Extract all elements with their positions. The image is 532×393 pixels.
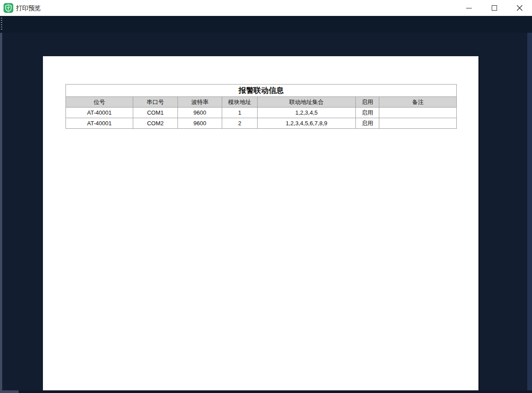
header-cell: 启用 [356, 97, 379, 108]
table-cell [379, 108, 457, 118]
report-title: 报警联动信息 [66, 85, 457, 97]
maximize-button[interactable] [482, 0, 507, 16]
table-cell: 启用 [356, 118, 379, 129]
table-row: AT-40001 COM2 9600 2 1,2,3,4,5,6,7,8,9 启… [66, 118, 457, 129]
table-title-row: 报警联动信息 [66, 85, 457, 97]
header-cell: 备注 [379, 97, 457, 108]
table-cell: 9600 [178, 118, 222, 129]
horizontal-scrollbar-thumb[interactable] [0, 390, 19, 393]
window-title: 打印预览 [16, 0, 41, 16]
header-cell: 串口号 [133, 97, 178, 108]
table-cell: 9600 [178, 108, 222, 118]
header-cell: 波特率 [178, 97, 222, 108]
table-row: AT-40001 COM1 9600 1 1,2,3,4,5 启用 [66, 108, 457, 118]
table-cell: 1,2,3,4,5 [258, 108, 356, 118]
table-cell: 1 [222, 108, 258, 118]
print-preview-window: 打印预览 [0, 0, 532, 393]
table-cell: 启用 [356, 108, 379, 118]
window-controls [456, 0, 532, 16]
table-cell: AT-40001 [66, 118, 133, 129]
table-cell [379, 118, 457, 129]
table-cell: COM1 [133, 108, 178, 118]
table-cell: COM2 [133, 118, 178, 129]
table-header-row: 位号 串口号 波特率 模块地址 联动地址集合 启用 备注 [66, 97, 457, 108]
horizontal-scrollbar[interactable] [0, 390, 532, 393]
toolbar: 100% A [0, 16, 532, 33]
minimize-icon [466, 8, 472, 8]
close-icon [517, 5, 523, 11]
header-cell: 位号 [66, 97, 133, 108]
toolbar-grip-handle[interactable] [1, 18, 2, 31]
close-button[interactable] [507, 0, 532, 16]
titlebar: 打印预览 [0, 0, 532, 16]
alarm-linkage-table: 报警联动信息 位号 串口号 波特率 模块地址 联动地址集合 启用 备注 AT-4… [66, 84, 457, 129]
maximize-icon [492, 5, 497, 11]
window-left-border [0, 33, 2, 393]
document-page: 报警联动信息 位号 串口号 波特率 模块地址 联动地址集合 启用 备注 AT-4… [43, 56, 478, 390]
table-cell: 1,2,3,4,5,6,7,8,9 [258, 118, 356, 129]
table-cell: 2 [222, 118, 258, 129]
minimize-button[interactable] [456, 0, 482, 16]
vertical-scrollbar[interactable] [527, 33, 532, 390]
preview-canvas: 报警联动信息 位号 串口号 波特率 模块地址 联动地址集合 启用 备注 AT-4… [0, 33, 532, 390]
app-icon [4, 3, 13, 13]
header-cell: 模块地址 [222, 97, 258, 108]
header-cell: 联动地址集合 [258, 97, 356, 108]
table-cell: AT-40001 [66, 108, 133, 118]
